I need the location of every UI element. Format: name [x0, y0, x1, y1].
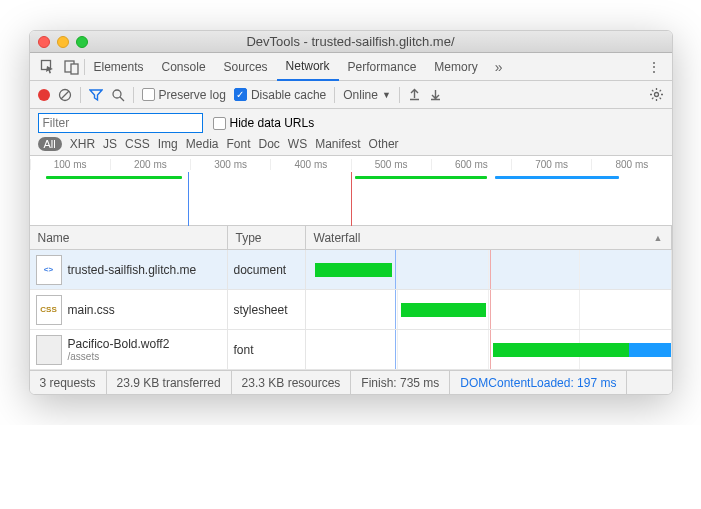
timeline-tick: 500 ms — [351, 159, 431, 170]
disable-cache-checkbox[interactable]: ✓ Disable cache — [234, 88, 326, 102]
timeline-tick: 800 ms — [591, 159, 671, 170]
waterfall-bar — [629, 343, 670, 357]
table-header: Name Type Waterfall▲ — [30, 226, 672, 250]
timeline-marker — [188, 172, 189, 226]
timeline-marker — [351, 172, 352, 226]
file-type: stylesheet — [234, 303, 288, 317]
timeline-bar — [355, 176, 487, 179]
timeline-bar — [495, 176, 619, 179]
close-button[interactable] — [38, 36, 50, 48]
waterfall-bar — [493, 343, 630, 357]
filter-type-css[interactable]: CSS — [125, 137, 150, 151]
device-icon[interactable] — [60, 55, 84, 79]
timeline-tick: 400 ms — [270, 159, 350, 170]
tab-performance[interactable]: Performance — [339, 53, 426, 81]
titlebar: DevTools - trusted-sailfish.glitch.me/ — [30, 31, 672, 53]
status-requests: 3 requests — [30, 371, 107, 394]
timeline-bar — [46, 176, 182, 179]
filter-type-manifest[interactable]: Manifest — [315, 137, 360, 151]
timeline-tick: 100 ms — [30, 159, 110, 170]
status-transferred: 23.9 KB transferred — [107, 371, 232, 394]
more-tabs-icon[interactable]: » — [487, 55, 511, 79]
checkbox-icon: ✓ — [234, 88, 247, 101]
waterfall-bar — [401, 303, 485, 317]
svg-point-7 — [654, 93, 658, 97]
column-name[interactable]: Name — [30, 226, 228, 249]
svg-rect-2 — [71, 64, 78, 74]
search-icon[interactable] — [111, 88, 125, 102]
svg-point-5 — [113, 90, 121, 98]
filter-type-doc[interactable]: Doc — [259, 137, 280, 151]
clear-icon[interactable] — [58, 88, 72, 102]
kebab-menu-icon[interactable]: ⋮ — [642, 55, 666, 79]
file-name: Pacifico-Bold.woff2 — [68, 337, 170, 351]
hide-data-urls-checkbox[interactable]: Hide data URLs — [213, 116, 315, 130]
window-controls — [38, 36, 88, 48]
filter-bar: Hide data URLs AllXHRJSCSSImgMediaFontDo… — [30, 109, 672, 156]
zoom-button[interactable] — [76, 36, 88, 48]
filter-type-all[interactable]: All — [38, 137, 62, 151]
tab-console[interactable]: Console — [153, 53, 215, 81]
record-button[interactable] — [38, 89, 50, 101]
filter-type-js[interactable]: JS — [103, 137, 117, 151]
preserve-log-checkbox[interactable]: Preserve log — [142, 88, 226, 102]
window-title: DevTools - trusted-sailfish.glitch.me/ — [30, 34, 672, 49]
filter-type-media[interactable]: Media — [186, 137, 219, 151]
filter-input[interactable] — [38, 113, 203, 133]
tab-elements[interactable]: Elements — [85, 53, 153, 81]
chevron-down-icon: ▼ — [382, 90, 391, 100]
tab-sources[interactable]: Sources — [215, 53, 277, 81]
status-dcl: DOMContentLoaded: 197 ms — [450, 371, 627, 394]
devtools-window: DevTools - trusted-sailfish.glitch.me/ E… — [29, 30, 673, 395]
sort-arrow-icon: ▲ — [654, 233, 663, 243]
filter-type-ws[interactable]: WS — [288, 137, 307, 151]
waterfall-bar — [315, 263, 393, 277]
inspect-icon[interactable] — [36, 55, 60, 79]
table-row[interactable]: <>trusted-sailfish.glitch.medocument — [30, 250, 672, 290]
filter-icon[interactable] — [89, 88, 103, 102]
filter-type-img[interactable]: Img — [158, 137, 178, 151]
upload-icon[interactable] — [408, 88, 421, 101]
download-icon[interactable] — [429, 88, 442, 101]
checkbox-icon — [213, 117, 226, 130]
minimize-button[interactable] — [57, 36, 69, 48]
tab-memory[interactable]: Memory — [425, 53, 486, 81]
checkbox-icon — [142, 88, 155, 101]
table-row[interactable]: CSSmain.cssstylesheet — [30, 290, 672, 330]
filter-type-font[interactable]: Font — [226, 137, 250, 151]
status-resources: 23.3 KB resources — [232, 371, 352, 394]
table-row[interactable]: Pacifico-Bold.woff2/assetsfont — [30, 330, 672, 370]
status-finish: Finish: 735 ms — [351, 371, 450, 394]
svg-line-4 — [61, 91, 69, 99]
column-type[interactable]: Type — [228, 226, 306, 249]
panel-tabs: ElementsConsoleSourcesNetworkPerformance… — [30, 53, 672, 81]
file-path: /assets — [68, 351, 170, 363]
file-name: trusted-sailfish.glitch.me — [68, 263, 197, 277]
filter-type-other[interactable]: Other — [369, 137, 399, 151]
timeline-tick: 600 ms — [431, 159, 511, 170]
svg-line-6 — [120, 97, 124, 101]
timeline-tick: 200 ms — [110, 159, 190, 170]
file-type: font — [234, 343, 254, 357]
timeline-tick: 300 ms — [190, 159, 270, 170]
request-table: Name Type Waterfall▲ <>trusted-sailfish.… — [30, 226, 672, 370]
settings-gear-icon[interactable] — [649, 87, 664, 102]
tab-network[interactable]: Network — [277, 53, 339, 81]
filter-type-xhr[interactable]: XHR — [70, 137, 95, 151]
throttle-select[interactable]: Online ▼ — [343, 88, 391, 102]
status-bar: 3 requests 23.9 KB transferred 23.3 KB r… — [30, 370, 672, 394]
network-toolbar: Preserve log ✓ Disable cache Online ▼ — [30, 81, 672, 109]
file-type: document — [234, 263, 287, 277]
timeline-overview[interactable]: 100 ms200 ms300 ms400 ms500 ms600 ms700 … — [30, 156, 672, 226]
column-waterfall[interactable]: Waterfall▲ — [306, 226, 672, 249]
timeline-tick: 700 ms — [511, 159, 591, 170]
file-name: main.css — [68, 303, 115, 317]
